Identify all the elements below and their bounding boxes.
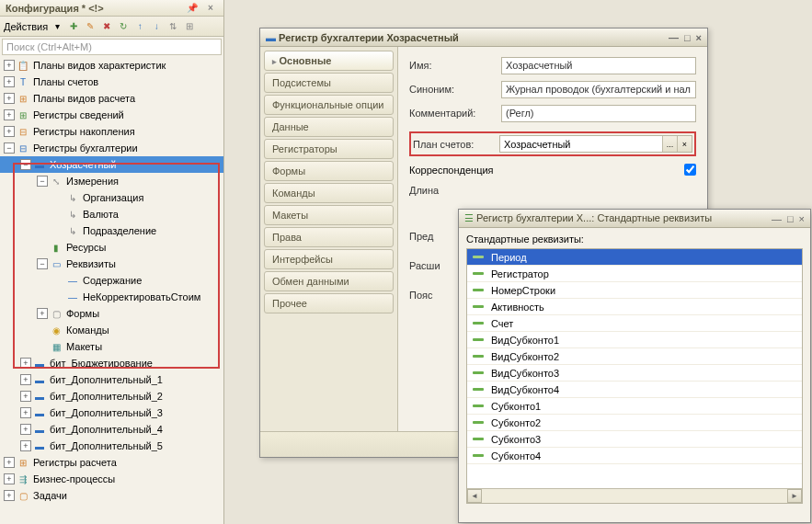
tree-item[interactable]: ↳Организация [0,189,223,206]
tab-3[interactable]: Данные [264,117,394,137]
horizontal-scrollbar[interactable]: ◄ ► [467,488,802,503]
sort-icon[interactable]: ⇅ [166,19,180,34]
minimize-icon[interactable]: — [669,32,679,43]
tree-item[interactable]: +▬бит_Дополнительный_4 [0,421,223,438]
tree-item[interactable]: ▦Макеты [0,338,223,355]
refresh-icon[interactable]: ↻ [116,19,131,34]
expander-icon[interactable] [37,242,48,253]
scroll-left-icon[interactable]: ◄ [467,489,482,503]
expander-icon[interactable]: + [4,60,15,71]
tab-1[interactable]: Подсистемы [264,73,394,93]
list-item[interactable]: Субконто2 [467,415,802,431]
pin-icon[interactable]: 📌 [185,1,200,16]
expander-icon[interactable]: + [4,473,15,484]
clear-button[interactable]: × [677,136,692,152]
config-tree[interactable]: +📋Планы видов характеристик+ТПланы счето… [0,57,223,504]
list-item[interactable]: ВидСубконто3 [467,365,802,382]
expander-icon[interactable]: + [4,126,15,137]
expander-icon[interactable]: + [4,490,15,501]
expander-icon[interactable] [37,325,48,336]
tab-6[interactable]: Команды [264,183,394,203]
plan-input[interactable] [500,136,662,152]
actions-menu[interactable]: Действия [4,21,48,32]
expander-icon[interactable] [53,192,64,203]
tree-item[interactable]: ↳Подразделение [0,222,223,239]
tree-item[interactable]: +▬бит_Дополнительный_3 [0,404,223,421]
expander-icon[interactable]: + [20,407,31,418]
expander-icon[interactable]: + [4,457,15,468]
tree-item[interactable]: —НеКорректироватьСтоим [0,289,223,305]
std-attributes-title[interactable]: ☰ Регистр бухгалтерии Х...: Стандартные … [459,210,810,228]
list-item[interactable]: ВидСубконто4 [467,382,802,398]
list-item[interactable]: Счет [467,315,802,332]
expander-icon[interactable]: − [37,258,48,269]
list-item[interactable]: ВидСубконто1 [467,332,802,348]
tab-5[interactable]: Формы [264,161,394,181]
tab-2[interactable]: Функциональные опции [264,95,394,115]
tree-item[interactable]: +⊞Планы видов расчета [0,90,223,107]
expander-icon[interactable]: − [37,176,48,187]
tree-item[interactable]: ◉Команды [0,322,223,338]
list-item[interactable]: Субконто4 [467,448,802,464]
expander-icon[interactable] [37,341,48,352]
expander-icon[interactable]: + [20,374,31,385]
expander-icon[interactable] [53,225,64,236]
maximize-icon[interactable]: □ [684,32,691,43]
tree-item[interactable]: ▮Ресурсы [0,239,223,256]
tab-7[interactable]: Макеты [264,205,394,225]
edit-icon[interactable]: ✎ [83,19,97,34]
tree-item[interactable]: +⊟Регистры накопления [0,123,223,140]
tree-item[interactable]: −▭Реквизиты [0,256,223,272]
maximize-icon[interactable]: □ [787,213,794,224]
tree-item[interactable]: +⇶Бизнес-процессы [0,471,223,487]
tree-item[interactable]: +▢Формы [0,305,223,322]
korresp-checkbox[interactable] [684,164,696,176]
expander-icon[interactable]: + [4,76,15,87]
close-icon[interactable]: × [799,213,805,224]
expander-icon[interactable] [53,275,64,286]
tree-item[interactable]: —Содержание [0,272,223,289]
expander-icon[interactable]: + [20,424,31,435]
list-item[interactable]: ВидСубконто2 [467,348,802,365]
comment-input[interactable] [501,105,696,122]
expander-icon[interactable]: + [20,358,31,369]
expander-icon[interactable]: − [4,142,15,154]
dropdown-icon[interactable]: ▾ [50,19,64,34]
tree-item[interactable]: −▬Хозрасчетный [0,156,223,173]
expander-icon[interactable]: + [20,440,31,451]
tab-9[interactable]: Интерфейсы [264,249,394,269]
delete-icon[interactable]: ✖ [99,19,114,34]
tree-item[interactable]: +▢Задачи [0,487,223,504]
down-icon[interactable]: ↓ [149,19,164,34]
tree-item[interactable]: +📋Планы видов характеристик [0,57,223,74]
expander-icon[interactable]: + [20,391,31,402]
tree-item[interactable]: +▬бит_Дополнительный_1 [0,371,223,388]
select-button[interactable]: ... [662,136,677,152]
list-item[interactable]: Субконто1 [467,398,802,415]
tree-item[interactable]: +⊞Регистры расчета [0,454,223,471]
list-item[interactable]: Субконто3 [467,431,802,448]
tab-10[interactable]: Обмен данными [264,271,394,291]
expander-icon[interactable]: + [4,93,15,104]
tab-0[interactable]: Основные [264,51,394,71]
name-input[interactable] [501,57,696,74]
tree-item[interactable]: +▬бит_Дополнительный_5 [0,438,223,454]
tree-item[interactable]: −⊟Регистры бухгалтерии [0,140,223,156]
minimize-icon[interactable]: — [772,213,782,224]
list-item[interactable]: Активность [467,299,802,315]
tree-item[interactable]: +▬бит_Бюджетирование [0,355,223,371]
list-item[interactable]: Регистратор [467,266,802,282]
close-icon[interactable]: × [203,1,218,16]
scroll-track[interactable] [482,489,787,503]
add-icon[interactable]: ✚ [66,19,81,34]
expander-icon[interactable]: + [37,308,48,319]
tab-4[interactable]: Регистраторы [264,139,394,159]
expander-icon[interactable]: + [4,109,15,120]
register-window-title[interactable]: ▬ Регистр бухгалтерии Хозрасчетный — □ × [260,28,707,47]
tree-item[interactable]: ↳Валюта [0,206,223,222]
list-item[interactable]: НомерСтроки [467,282,802,299]
filter-icon[interactable]: ⊞ [182,19,197,34]
expander-icon[interactable] [53,291,64,302]
tab-8[interactable]: Права [264,227,394,247]
tree-item[interactable]: +⊞Регистры сведений [0,107,223,123]
